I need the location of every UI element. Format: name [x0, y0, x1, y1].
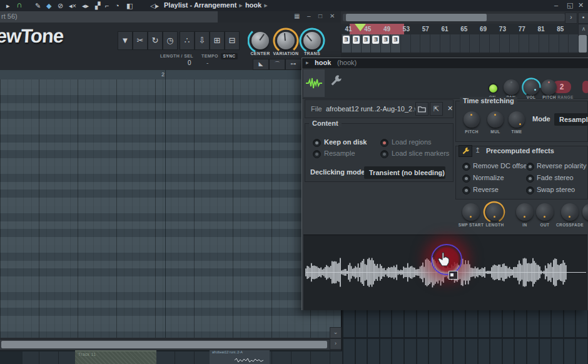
save-button[interactable]: ▼	[118, 31, 133, 50]
playhead-marker[interactable]	[355, 24, 366, 31]
loop-icon[interactable]: ⌐	[105, 1, 109, 11]
newtone-scroll-right-button[interactable]: ›	[330, 338, 342, 350]
reverse-polarity-label[interactable]: Reverse polarity	[537, 162, 586, 169]
empty-clip-cell[interactable]	[480, 34, 490, 53]
audio-clip[interactable]: afrobeat12 runt..2-A	[210, 349, 270, 364]
open-folder-button[interactable]	[415, 102, 428, 116]
swap-stereo-label[interactable]: Swap stereo	[537, 186, 575, 193]
options-button[interactable]: ⊟	[225, 31, 240, 50]
declick-icon[interactable]: ↥	[475, 146, 480, 154]
channel-on-led[interactable]	[488, 83, 499, 94]
load-slice-markers-label[interactable]: Load slice markers	[392, 149, 449, 157]
tempo-value[interactable]: -	[206, 59, 208, 66]
variation-knob[interactable]	[277, 32, 295, 49]
minimize-button[interactable]: –	[554, 1, 558, 9]
newtone-titlebar[interactable]: ▦ – □ ✕	[218, 11, 341, 23]
crossfade-knob[interactable]	[561, 203, 579, 221]
pan-knob[interactable]	[504, 79, 519, 95]
empty-clip-cell[interactable]	[460, 34, 470, 53]
pencil-icon[interactable]: ✎	[35, 1, 41, 11]
newtone-minimize-button[interactable]: –	[307, 13, 311, 19]
tab-settings[interactable]	[330, 74, 345, 91]
empty-clip-cell[interactable]	[569, 34, 579, 53]
remove-dc-offset-checkbox[interactable]	[462, 163, 470, 171]
slide-icon[interactable]: ◂▸	[82, 1, 89, 11]
empty-clip-cell[interactable]	[539, 34, 549, 53]
mode-dropdown[interactable]: Resample	[554, 113, 588, 126]
fade-stereo-checkbox[interactable]	[526, 174, 534, 183]
empty-clip-cell[interactable]	[529, 34, 539, 53]
out-knob[interactable]	[536, 203, 554, 221]
length-sel-value[interactable]: 0	[188, 59, 191, 66]
normalize-label[interactable]: Normalize	[473, 174, 504, 181]
smp-start-knob[interactable]	[462, 203, 480, 221]
export-button[interactable]: ⇩	[195, 31, 210, 50]
length-knob[interactable]	[486, 203, 504, 221]
playlist-dot-button[interactable]: ▪	[578, 13, 588, 24]
playlist-scroll-up-button[interactable]: ∧	[578, 24, 588, 36]
empty-clip-cell[interactable]	[430, 34, 440, 53]
declicking-mode-dropdown[interactable]: Transient (no bleeding) ▸	[364, 166, 445, 179]
playhead-icon[interactable]: ▸	[6, 1, 10, 11]
playlist-clip-row[interactable]: ƎƎƎƎƎƎ	[342, 34, 579, 53]
resample-checkbox[interactable]	[313, 150, 321, 158]
breadcrumb-current[interactable]: hook	[245, 1, 261, 9]
reverse-label[interactable]: Reverse	[473, 186, 499, 193]
select-icon[interactable]: ▞	[95, 1, 100, 11]
load-regions-label[interactable]: Load regions	[392, 138, 432, 146]
empty-clip-cell[interactable]	[401, 34, 411, 53]
ts-mul-knob[interactable]	[487, 111, 504, 128]
scrollbar-thumb[interactable]	[1, 341, 327, 348]
cut-button[interactable]: ✂	[133, 31, 148, 50]
in-knob[interactable]	[516, 203, 534, 221]
detach-button[interactable]: ⇱	[430, 102, 443, 116]
brush-icon[interactable]: ◆	[46, 1, 51, 11]
audio-clip-cell[interactable]: Ǝ	[371, 34, 381, 53]
ts-pitch-knob[interactable]	[464, 111, 480, 128]
newtone-maximize-button[interactable]: □	[318, 13, 322, 19]
empty-clip-cell[interactable]	[450, 34, 460, 53]
file-close-button[interactable]: ✕	[444, 102, 457, 116]
empty-clip-cell[interactable]	[420, 34, 430, 53]
file-name[interactable]: afrobeat12 runt..2-Aug-10_2.wav	[326, 105, 427, 113]
undo-button[interactable]: ◷	[163, 31, 178, 50]
resample-label[interactable]: Resample	[324, 149, 355, 157]
bend-tool-button[interactable]: ⌒	[269, 59, 285, 70]
newtone-hscrollbar[interactable]	[0, 339, 330, 350]
tab-sample[interactable]	[303, 69, 325, 97]
channel-header[interactable]: ▸ hook (hook)	[302, 58, 588, 68]
load-slice-markers-checkbox[interactable]	[380, 150, 388, 158]
grid-icon[interactable]: ▦	[294, 13, 300, 19]
playlist-bottom-track[interactable]: Track 11 afrobeat12 runt..2-A	[0, 350, 342, 364]
pitch-knob[interactable]	[541, 79, 557, 95]
empty-clip-cell[interactable]	[411, 34, 421, 53]
playlist-scroll-right-button[interactable]: ›	[565, 13, 577, 24]
restore-button[interactable]: ◱	[567, 1, 573, 9]
audio-clip-cell[interactable]: Ǝ	[391, 34, 401, 53]
loop-button[interactable]: ↻	[148, 31, 163, 50]
audio-clip-cell[interactable]: Ǝ	[362, 34, 372, 53]
audio-clip-cell[interactable]: Ǝ	[342, 34, 352, 53]
empty-clip-cell[interactable]	[510, 34, 520, 53]
slice-button[interactable]: ∴	[180, 31, 195, 50]
audio-clip-cell[interactable]: Ǝ	[352, 34, 362, 53]
center-knob[interactable]	[251, 32, 269, 49]
reverse-checkbox[interactable]	[462, 186, 470, 195]
fade-stereo-label[interactable]: Fade stereo	[537, 174, 574, 181]
sync-badge[interactable]: SYNC	[221, 53, 238, 59]
stretch-icon[interactable]: ◔	[115, 1, 119, 11]
reverse-polarity-checkbox[interactable]	[526, 163, 534, 171]
slip-icon[interactable]: ⊘	[58, 1, 63, 11]
empty-clip-cell[interactable]	[500, 34, 510, 53]
ts-time-knob[interactable]	[509, 111, 525, 128]
audio-clip-cell[interactable]: Ǝ	[381, 34, 391, 53]
keep-on-disk-checkbox[interactable]	[313, 139, 321, 147]
load-regions-checkbox[interactable]	[380, 139, 388, 147]
paste-button[interactable]: ⊞	[210, 31, 225, 50]
empty-clip-cell[interactable]	[549, 34, 559, 53]
vol-knob[interactable]	[524, 79, 539, 95]
link-tool-button[interactable]: ⊶	[285, 59, 302, 70]
drag-tool-button[interactable]: ◣	[253, 59, 269, 70]
empty-clip-cell[interactable]	[440, 34, 450, 53]
pattern-clip[interactable]: Track 11	[75, 350, 156, 364]
